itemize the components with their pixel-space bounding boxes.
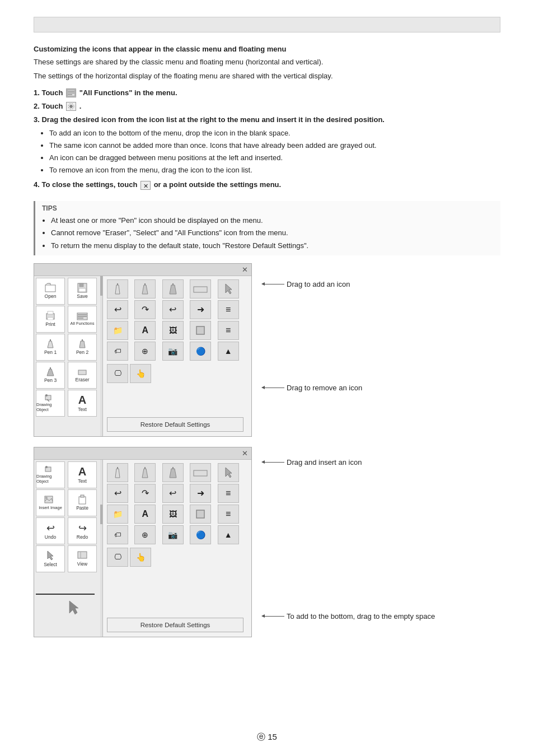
ig-folder[interactable]: 📁 <box>107 321 128 340</box>
p2-ig-arrow-right[interactable]: ➜ <box>190 484 211 503</box>
menu-item-allfunctions[interactable]: All Functions <box>68 306 97 333</box>
p2-ig-select[interactable] <box>218 463 239 482</box>
tip3: To return the menu display to the defaul… <box>51 240 494 252</box>
p2-ig-square[interactable] <box>190 505 211 524</box>
label-drag-remove: Drag to remove an icon <box>262 384 362 392</box>
intro-line1: These settings are shared by the classic… <box>34 57 500 68</box>
menu-item-text[interactable]: A Text <box>68 390 97 417</box>
svg-rect-29 <box>196 326 204 334</box>
p2-ig-image[interactable]: 🖼 <box>162 505 184 524</box>
menu-item-pen1[interactable]: Pen 1 <box>36 334 65 361</box>
ig-list[interactable]: ≡ <box>218 300 239 319</box>
menu-item-print[interactable]: Print <box>36 306 65 333</box>
bullet1: To add an icon to the bottom of the menu… <box>49 127 500 139</box>
p2-menu-text[interactable]: A Text <box>68 461 97 488</box>
panel1-scrollbar <box>100 276 103 436</box>
bullet3: An icon can be dragged between menu posi… <box>49 152 500 164</box>
ig-pen-b[interactable] <box>134 279 156 298</box>
svg-point-33 <box>45 497 48 499</box>
p2-ig-undo2[interactable]: ↩ <box>162 484 184 503</box>
p2-ig-pen-a[interactable] <box>107 463 128 482</box>
panel1-icon-grid: ↩ ↷ ↩ ➜ ≡ 📁 A 🖼 ≡ 🏷 ⊕ 📷 <box>107 279 243 413</box>
panel1-menu-grid: Open Save Print All Fu <box>34 276 100 418</box>
ig-circle-b[interactable]: 🔵 <box>190 342 211 361</box>
p2-menu-select[interactable]: Select <box>36 545 65 572</box>
p2-menu-insert-image[interactable]: Insert Image <box>36 489 65 516</box>
panel1: ✕ Open Save <box>34 263 252 437</box>
top-bar <box>34 17 500 32</box>
p2-ig-pen-b[interactable] <box>134 463 156 482</box>
menu-item-eraser[interactable]: Eraser <box>68 362 97 389</box>
panels-section: ✕ Open Save <box>34 263 500 637</box>
p2-ig-eraser[interactable] <box>190 463 211 482</box>
ig-pen-a[interactable] <box>107 279 128 298</box>
ig-arrow-right[interactable]: ➜ <box>190 300 211 319</box>
ig-screenshot[interactable]: 🖵 <box>107 364 128 383</box>
panel1-close[interactable]: ✕ <box>242 265 248 274</box>
page: Customizing the icons that appear in the… <box>0 0 534 756</box>
bullet4: To remove an icon from the menu, drag th… <box>49 164 500 176</box>
svg-marker-28 <box>226 284 232 294</box>
ig-square[interactable] <box>190 321 211 340</box>
ig-select[interactable] <box>218 279 239 298</box>
panel1-topbar <box>34 264 251 276</box>
p2-menu-undo[interactable]: ↩Undo <box>36 517 65 544</box>
p2-ig-hand[interactable]: 👆 <box>130 548 151 567</box>
p2-ig-zoom[interactable]: ⊕ <box>134 525 156 544</box>
ig-triangle[interactable]: ▲ <box>218 342 239 361</box>
ig-pin[interactable]: 🏷 <box>107 342 128 361</box>
menu-item-pen2[interactable]: Pen 2 <box>68 334 97 361</box>
p2-menu-redo[interactable]: ↪Redo <box>68 517 97 544</box>
ig-zoom[interactable]: ⊕ <box>134 342 156 361</box>
svg-marker-36 <box>48 551 53 560</box>
panel1-restore-btn[interactable]: Restore Default Settings <box>107 417 243 432</box>
svg-rect-8 <box>79 283 83 287</box>
panel1-left-menu: Open Save Print All Fu <box>34 276 100 436</box>
ig-eraser[interactable] <box>190 279 211 298</box>
p2-ig-text-a[interactable]: A <box>134 505 156 524</box>
menu-item-drawing-object[interactable]: Drawing Object <box>36 390 65 417</box>
menu-item-pen3[interactable]: Pen 3 <box>36 362 65 389</box>
svg-rect-12 <box>48 318 53 320</box>
p2-ig-screenshot[interactable]: 🖵 <box>107 548 128 567</box>
menu-item-open[interactable]: Open <box>36 278 65 305</box>
svg-rect-45 <box>196 510 204 518</box>
ig-lines[interactable]: ≡ <box>218 321 239 340</box>
p2-menu-drawing[interactable]: Drawing Object <box>36 461 65 488</box>
p2-ig-rotate[interactable]: ↷ <box>134 484 156 503</box>
ig-undo[interactable]: ↩ <box>107 300 128 319</box>
drag-arrow-indicator <box>65 599 82 615</box>
step4: 4. To close the settings, touch ✕ or a p… <box>34 179 500 191</box>
step2: 2. Touch . <box>34 100 500 113</box>
p2-menu-view[interactable]: View <box>68 545 97 572</box>
label-drag-insert-text: Drag and insert an icon <box>287 458 362 466</box>
p2-ig-triangle[interactable]: ▲ <box>218 525 239 544</box>
ig-undo2[interactable]: ↩ <box>162 300 184 319</box>
label-drag-insert: Drag and insert an icon <box>262 458 435 466</box>
p2-ig-pin[interactable]: 🏷 <box>107 525 128 544</box>
panel2-labels: Drag and insert an icon To add to the bo… <box>262 447 435 637</box>
svg-marker-44 <box>226 468 232 478</box>
panel2-restore-btn[interactable]: Restore Default Settings <box>107 618 243 632</box>
panel2-close[interactable]: ✕ <box>242 449 248 458</box>
ig-rotate[interactable]: ↷ <box>134 300 156 319</box>
p2-ig-pen-c[interactable] <box>162 463 184 482</box>
p2-ig-circle-b[interactable]: 🔵 <box>190 525 211 544</box>
p2-ig-list[interactable]: ≡ <box>218 484 239 503</box>
menu-item-save[interactable]: Save <box>68 278 97 305</box>
ig-hand[interactable]: 👆 <box>130 364 151 383</box>
tip2: Cannot remove "Eraser", "Select" and "Al… <box>51 227 494 239</box>
ig-image[interactable]: 🖼 <box>162 321 184 340</box>
ig-pen-c[interactable] <box>162 279 184 298</box>
section-title: Customizing the icons that appear in the… <box>34 45 500 53</box>
p2-ig-lines[interactable]: ≡ <box>218 505 239 524</box>
panel1-icon-row5: 🖵 👆 <box>107 364 243 383</box>
svg-rect-34 <box>79 497 86 504</box>
p2-ig-folder[interactable]: 📁 <box>107 505 128 524</box>
ig-photo[interactable]: 📷 <box>162 342 184 361</box>
p2-ig-undo[interactable]: ↩ <box>107 484 128 503</box>
ig-text-a[interactable]: A <box>134 321 156 340</box>
panel1-labels: Drag to add an icon Drag to remove an ic… <box>262 263 362 437</box>
p2-ig-photo[interactable]: 📷 <box>162 525 184 544</box>
p2-menu-paste[interactable]: Paste <box>68 489 97 516</box>
